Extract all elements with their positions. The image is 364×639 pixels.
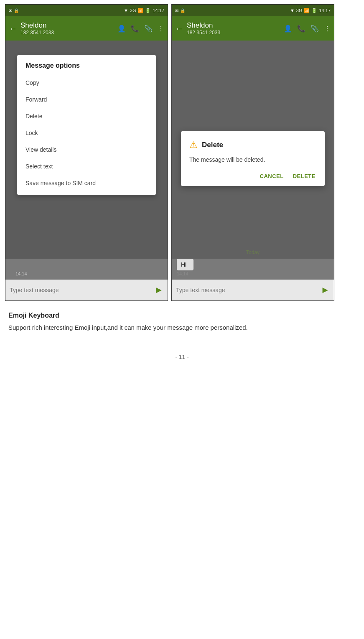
delete-dialog-button[interactable]: DELETE: [292, 171, 316, 181]
bottom-heading: Emoji Keyboard: [8, 312, 356, 319]
status-bar-right: ✉ 🔒 ▼ 3G 📶 🔋 14:17: [172, 5, 334, 16]
signal-icon-r: ▼: [290, 8, 295, 13]
header-title-left: Sheldon 182 3541 2033: [20, 21, 114, 36]
header-icons-right: 👤 📞 📎 ⋮: [284, 25, 331, 33]
status-bar-right-right-info: ▼ 3G 📶 🔋 14:17: [290, 8, 331, 13]
paperclip-icon[interactable]: 📎: [144, 25, 153, 33]
contact-card-icon[interactable]: 👤: [117, 25, 126, 33]
message-time: 14:14: [177, 271, 334, 276]
chat-time-left: 14:14: [15, 271, 27, 276]
lock-status-icon: 🔒: [14, 8, 19, 13]
contact-number-left: 182 3541 2033: [20, 30, 114, 36]
menu-item-lock[interactable]: Lock: [17, 125, 156, 141]
message-input-right[interactable]: [176, 287, 317, 293]
contact-card-icon-r[interactable]: 👤: [284, 25, 292, 33]
status-bar-left-icons: ✉ 🔒: [9, 8, 19, 13]
signal-bars-icon-r: 📶: [304, 8, 310, 13]
message-status-icon-r: ✉: [175, 8, 178, 13]
message-text: Hi: [181, 261, 189, 268]
menu-item-save-sim[interactable]: Save message to SIM card: [17, 175, 156, 191]
more-options-icon-r[interactable]: ⋮: [324, 25, 331, 33]
battery-icon: 🔋: [145, 8, 151, 13]
app-header-right: ← Sheldon 182 3541 2033 👤 📞 📎 ⋮: [172, 16, 334, 41]
send-button-left[interactable]: ►: [154, 285, 163, 295]
contact-number-right: 182 3541 2033: [187, 30, 280, 36]
message-input-left[interactable]: [10, 287, 151, 293]
phones-row: ✉ 🔒 ▼ 3G 📶 🔋 14:17 ← Sheldon 182 3541 20…: [0, 0, 364, 305]
cancel-dialog-button[interactable]: CANCEL: [259, 171, 285, 181]
menu-item-select-text[interactable]: Select text: [17, 158, 156, 175]
back-button-left[interactable]: ←: [9, 24, 17, 33]
dialog-title-row: ⚠ Delete: [189, 140, 316, 150]
menu-item-forward[interactable]: Forward: [17, 91, 156, 108]
context-menu-title: Message options: [17, 60, 156, 74]
send-button-right[interactable]: ►: [321, 285, 330, 295]
warning-triangle-icon: ⚠: [189, 140, 198, 150]
bottom-paragraph: Support rich interesting Emoji input,and…: [8, 323, 356, 333]
bottom-text-section: Emoji Keyboard Support rich interesting …: [0, 305, 364, 341]
dialog-message-text: The message will be deleted.: [189, 156, 316, 163]
contact-name-right: Sheldon: [187, 21, 280, 30]
phone-left: ✉ 🔒 ▼ 3G 📶 🔋 14:17 ← Sheldon 182 3541 20…: [5, 4, 168, 301]
paperclip-icon-r[interactable]: 📎: [311, 25, 319, 33]
message-input-bar-left: ►: [5, 280, 168, 300]
phone-call-icon-r[interactable]: 📞: [297, 25, 305, 33]
lock-status-icon-r: 🔒: [180, 8, 185, 13]
delete-dialog: ⚠ Delete The message will be deleted. CA…: [181, 131, 325, 186]
dialog-title-text: Delete: [202, 141, 223, 149]
time-text: 14:17: [153, 8, 164, 13]
status-bar-right-left-icons: ✉ 🔒: [175, 8, 185, 13]
message-input-bar-right: ►: [172, 280, 334, 300]
message-status-icon: ✉: [9, 8, 12, 13]
signal-bars-icon: 📶: [137, 8, 143, 13]
dialog-buttons: CANCEL DELETE: [189, 171, 316, 181]
status-bar-left: ✉ 🔒 ▼ 3G 📶 🔋 14:17: [5, 5, 168, 16]
menu-item-copy[interactable]: Copy: [17, 74, 156, 91]
more-options-icon[interactable]: ⋮: [158, 25, 164, 33]
signal-icon: ▼: [124, 8, 128, 13]
page-number: - 11 -: [0, 354, 364, 360]
page-wrapper: ✉ 🔒 ▼ 3G 📶 🔋 14:17 ← Sheldon 182 3541 20…: [0, 0, 364, 385]
menu-item-delete[interactable]: Delete: [17, 108, 156, 125]
battery-icon-r: 🔋: [311, 8, 317, 13]
header-icons-left: 👤 📞 📎 ⋮: [117, 25, 164, 33]
phone-call-icon[interactable]: 📞: [131, 25, 139, 33]
chat-area-left: Message options Copy Forward Delete Lock…: [5, 41, 168, 280]
contact-name-left: Sheldon: [20, 21, 114, 30]
message-bubble: Hi: [177, 259, 193, 270]
header-title-right: Sheldon 182 3541 2033: [187, 21, 280, 36]
app-header-left: ← Sheldon 182 3541 2033 👤 📞 📎 ⋮: [5, 16, 168, 41]
menu-item-view-details[interactable]: View details: [17, 141, 156, 158]
signal-text-r: 3G: [296, 8, 303, 13]
status-bar-right-info: ▼ 3G 📶 🔋 14:17: [124, 8, 164, 13]
signal-text: 3G: [130, 8, 136, 13]
chat-area-right: ⚠ Delete The message will be deleted. CA…: [172, 41, 334, 280]
back-button-right[interactable]: ←: [175, 24, 183, 33]
phone-right: ✉ 🔒 ▼ 3G 📶 🔋 14:17 ← Sheldon 182 3541 20…: [171, 4, 334, 301]
context-menu[interactable]: Message options Copy Forward Delete Lock…: [17, 55, 156, 195]
time-text-r: 14:17: [319, 8, 331, 13]
